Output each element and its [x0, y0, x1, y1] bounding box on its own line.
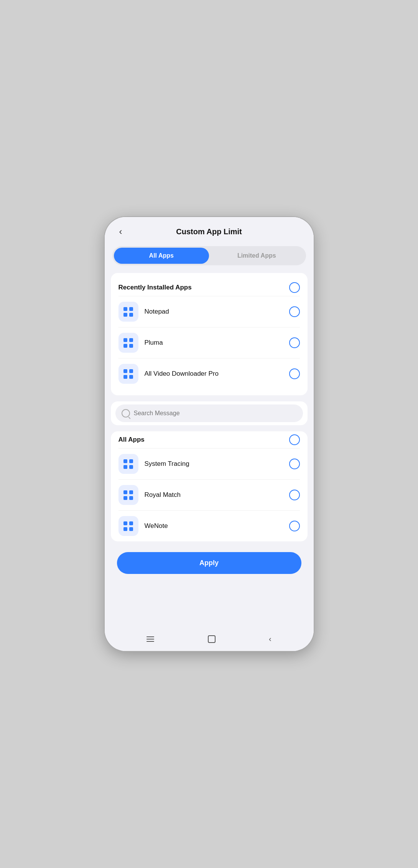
dot [129, 307, 133, 311]
all-apps-radio[interactable] [289, 434, 300, 445]
dot [123, 313, 127, 317]
app-row-notepad: Notepad [118, 296, 300, 327]
video-downloader-app-icon [118, 364, 138, 384]
dots-grid-icon [123, 459, 133, 469]
dots-grid-icon [123, 338, 133, 348]
search-bar [115, 404, 303, 422]
all-apps-card: All Apps System Tracing [111, 431, 308, 541]
dots-grid-icon [123, 490, 133, 500]
dot [123, 527, 127, 531]
dot [123, 338, 127, 342]
notepad-radio[interactable] [289, 306, 300, 317]
dot [123, 369, 127, 373]
dot [129, 344, 133, 348]
search-container [111, 401, 308, 425]
dot [123, 375, 127, 379]
dot [123, 465, 127, 469]
nav-home-icon[interactable] [208, 635, 216, 643]
dot [129, 369, 133, 373]
app-row-wenote: WeNote [118, 510, 300, 541]
nav-back-icon[interactable]: ‹ [269, 635, 272, 643]
tab-switcher: All Apps Limited Apps [112, 246, 306, 265]
tab-limited-apps[interactable]: Limited Apps [209, 248, 304, 264]
app-row-pluma: Pluma [118, 327, 300, 358]
header: ‹ Custom App Limit [105, 217, 314, 245]
menu-lines-icon [146, 636, 154, 642]
system-tracing-app-icon [118, 454, 138, 474]
page-title: Custom App Limit [128, 227, 291, 236]
dot [129, 496, 133, 500]
dot [129, 313, 133, 317]
nav-line [146, 641, 154, 642]
dot [123, 344, 127, 348]
dot [129, 490, 133, 494]
notepad-app-icon [118, 302, 138, 322]
dot [129, 527, 133, 531]
wenote-radio[interactable] [289, 521, 300, 531]
back-chevron-icon: ‹ [119, 226, 122, 237]
recently-installed-radio[interactable] [289, 282, 300, 293]
all-apps-title: All Apps [118, 436, 145, 444]
recently-installed-card: Recently Installed Apps Notepad [111, 273, 308, 395]
system-tracing-radio[interactable] [289, 459, 300, 469]
dot [129, 521, 133, 525]
royal-match-app-name: Royal Match [145, 491, 289, 499]
apply-container: Apply [111, 547, 308, 580]
pluma-app-name: Pluma [145, 339, 289, 347]
dot [129, 459, 133, 463]
dot [123, 496, 127, 500]
apply-button[interactable]: Apply [117, 552, 301, 574]
dot [123, 459, 127, 463]
royal-match-radio[interactable] [289, 490, 300, 500]
dot [123, 490, 127, 494]
recently-installed-header: Recently Installed Apps [118, 279, 300, 296]
system-tracing-app-name: System Tracing [145, 460, 289, 468]
dot [123, 307, 127, 311]
dot [129, 338, 133, 342]
dots-grid-icon [123, 521, 133, 531]
nav-line [146, 639, 154, 639]
app-row-royal-match: Royal Match [118, 479, 300, 510]
bottom-nav: ‹ [105, 630, 314, 651]
nav-menu-icon[interactable] [146, 636, 154, 642]
back-button[interactable]: ‹ [114, 225, 128, 238]
dot [123, 521, 127, 525]
wenote-app-icon [118, 516, 138, 536]
dot [129, 465, 133, 469]
video-downloader-radio[interactable] [289, 368, 300, 379]
screen: ‹ Custom App Limit All Apps Limited Apps… [105, 217, 314, 651]
royal-match-app-icon [118, 485, 138, 505]
app-row-video-downloader: All Video Downloader Pro [118, 358, 300, 389]
dots-grid-icon [123, 369, 133, 379]
phone-frame: ‹ Custom App Limit All Apps Limited Apps… [105, 217, 314, 651]
dots-grid-icon [123, 307, 133, 317]
recently-installed-title: Recently Installed Apps [118, 284, 192, 291]
nav-line [146, 636, 154, 637]
back-arrow-icon: ‹ [269, 635, 272, 643]
all-apps-header: All Apps [118, 431, 300, 448]
search-icon [122, 409, 130, 418]
wenote-app-name: WeNote [145, 522, 289, 530]
app-row-system-tracing: System Tracing [118, 448, 300, 479]
tab-all-apps[interactable]: All Apps [114, 248, 209, 264]
main-content: Recently Installed Apps Notepad [105, 273, 314, 630]
video-downloader-app-name: All Video Downloader Pro [145, 370, 289, 378]
notepad-app-name: Notepad [145, 308, 289, 316]
pluma-app-icon [118, 333, 138, 353]
pluma-radio[interactable] [289, 337, 300, 348]
square-icon [208, 635, 216, 643]
dot [129, 375, 133, 379]
search-input[interactable] [134, 410, 297, 417]
